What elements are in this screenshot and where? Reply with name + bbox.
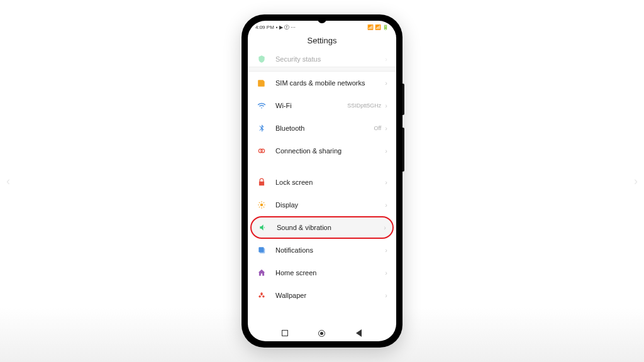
carousel-prev[interactable]: ‹ [6, 175, 10, 188]
notifications-icon [257, 245, 267, 255]
chevron-right-icon: › [385, 79, 387, 87]
settings-item-label: SIM cards & mobile networks [275, 79, 385, 87]
section-gap [248, 162, 396, 171]
settings-item-value: SSIDptt5GHz [347, 102, 381, 109]
settings-item-bluetooth[interactable]: BluetoothOff› [248, 117, 396, 140]
connection-icon [257, 146, 267, 156]
chevron-right-icon: › [385, 292, 387, 299]
wallpaper-icon [257, 290, 267, 300]
svg-line-7 [259, 202, 260, 203]
phone-frame: 4:09 PM ▪ ▶ ⓕ ⋯ 📶 📶 🔋 Settings Security … [242, 14, 402, 348]
chevron-right-icon: › [385, 269, 387, 277]
settings-item-label: Wi-Fi [275, 102, 347, 109]
chevron-right-icon: › [385, 102, 387, 109]
settings-item-label: Home screen [275, 269, 385, 277]
phone-side-button-2 [402, 128, 404, 172]
shield-icon [257, 54, 267, 64]
carousel-next[interactable]: › [634, 175, 638, 188]
status-time: 4:09 PM [255, 25, 274, 30]
chevron-right-icon: › [385, 147, 387, 155]
svg-line-9 [259, 207, 260, 207]
settings-item-label: Display [275, 201, 385, 209]
chevron-right-icon: › [385, 178, 387, 186]
settings-item-label: Wallpaper [275, 292, 385, 299]
settings-list[interactable]: Security status › SIM cards & mobile net… [248, 52, 396, 324]
chevron-right-icon: › [384, 224, 386, 231]
page-title: Settings [248, 32, 396, 52]
settings-item-label: Lock screen [275, 178, 385, 186]
recent-apps-button[interactable] [280, 329, 289, 337]
chevron-right-icon: › [385, 55, 387, 63]
phone-notch [318, 14, 326, 23]
settings-item-label: Security status [275, 55, 385, 63]
display-icon [257, 200, 267, 210]
svg-rect-12 [260, 248, 265, 253]
chevron-right-icon: › [385, 246, 387, 254]
android-nav-bar [248, 324, 396, 341]
chevron-right-icon: › [385, 201, 387, 209]
settings-item-label: Sound & vibration [277, 224, 384, 231]
status-icons-right: 📶 📶 🔋 [367, 25, 389, 30]
sim-icon [257, 78, 267, 88]
settings-item-display[interactable]: Display› [248, 194, 396, 216]
settings-item-wallpaper[interactable]: Wallpaper› [248, 284, 396, 307]
settings-item-security-status[interactable]: Security status › [248, 52, 396, 67]
settings-item-connection-sharing[interactable]: Connection & sharing› [248, 140, 396, 162]
settings-item-label: Connection & sharing [275, 147, 385, 155]
settings-item-sound-vibration[interactable]: Sound & vibration› [250, 216, 394, 239]
settings-item-label: Bluetooth [275, 124, 374, 132]
home-icon [257, 268, 267, 278]
settings-item-label: Notifications [275, 246, 385, 254]
svg-line-8 [264, 207, 264, 207]
wifi-icon [257, 101, 267, 111]
section-divider [248, 67, 396, 72]
chevron-right-icon: › [385, 124, 387, 132]
settings-item-notifications[interactable]: Notifications› [248, 239, 396, 261]
phone-side-button-1 [402, 84, 404, 115]
settings-item-home-screen[interactable]: Home screen› [248, 261, 396, 284]
settings-item-lock-screen[interactable]: Lock screen› [248, 171, 396, 194]
svg-line-10 [264, 202, 264, 203]
bluetooth-icon [257, 123, 267, 133]
lock-icon [257, 177, 267, 187]
phone-screen: 4:09 PM ▪ ▶ ⓕ ⋯ 📶 📶 🔋 Settings Security … [248, 21, 396, 341]
back-button[interactable] [355, 329, 364, 337]
settings-item-value: Off [374, 125, 381, 131]
settings-item-wi-fi[interactable]: Wi-FiSSIDptt5GHz› [248, 94, 396, 117]
status-icons-left: ▪ ▶ ⓕ ⋯ [276, 24, 296, 31]
settings-item-sim-cards-mobile-networks[interactable]: SIM cards & mobile networks› [248, 72, 396, 94]
home-button[interactable] [318, 329, 326, 337]
sound-icon [258, 222, 268, 233]
svg-point-2 [260, 204, 264, 207]
